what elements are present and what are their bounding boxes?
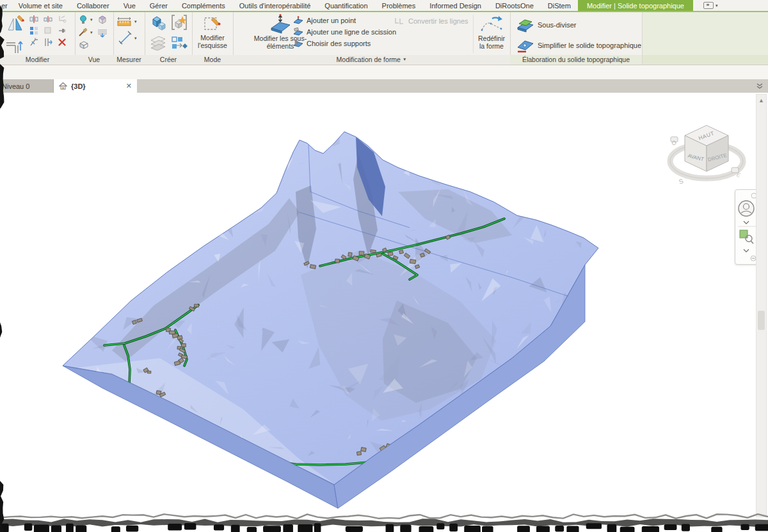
panel-label-view: Vue <box>75 55 113 65</box>
ruler-icon[interactable] <box>116 17 132 27</box>
close-view-icon[interactable]: ✕ <box>126 82 132 90</box>
edit-sketch-button[interactable]: Modifier l'esquisse <box>195 14 230 49</box>
chevron-down-icon[interactable] <box>744 221 749 224</box>
zoom-region-button[interactable] <box>740 230 753 244</box>
chevron-down-icon[interactable]: ▾ <box>134 36 137 40</box>
add-split-line-button[interactable]: Ajouter une ligne de scission <box>293 27 396 36</box>
steering-wheel-button[interactable] <box>739 201 754 216</box>
ribbon-tab-bar: er Volume et site Collaborer Vue Gérer C… <box>0 0 768 11</box>
box-3d-icon[interactable] <box>97 14 108 26</box>
ribbon-display-toggle-button[interactable]: ▾ <box>703 0 718 11</box>
subdivide-button[interactable]: Sous-diviser <box>516 17 577 33</box>
ribbon-display-icon <box>703 2 714 9</box>
cube-stack-icon[interactable] <box>150 14 166 31</box>
add-point-icon <box>293 16 303 25</box>
panel-measure: ▾ ▾ Mesurer <box>113 12 145 65</box>
ribbon-tab-addins[interactable]: Compléments <box>175 0 232 11</box>
panel-shape-editing: Modifier les sous-éléments Ajouter un po… <box>233 12 511 65</box>
panel-label-measure: Mesurer <box>113 55 145 65</box>
viewcube[interactable]: O S E HAUT AVANT DROITE <box>666 115 750 195</box>
scrollbar-thumb[interactable] <box>758 311 765 330</box>
simplify-toposolid-icon <box>516 38 534 53</box>
ribbon-tab-view[interactable]: Vue <box>116 0 143 11</box>
ribbon-tab-distem[interactable]: DiStem <box>541 0 578 11</box>
extend-icon[interactable] <box>44 38 52 47</box>
chevron-down-icon[interactable]: ▾ <box>90 30 93 35</box>
toposolid-model[interactable] <box>0 93 768 532</box>
edit-subelements-icon <box>269 13 292 34</box>
ribbon-tab-manage[interactable]: Gérer <box>143 0 175 11</box>
underlay-icon[interactable] <box>97 28 108 38</box>
subdivide-icon <box>516 17 534 33</box>
paintbrush-icon[interactable] <box>79 27 88 36</box>
view-tab-level0[interactable]: Niveau 0 <box>0 79 54 93</box>
plane-stack-icon[interactable] <box>150 35 166 51</box>
panel-dropdown-icon[interactable]: ▼ <box>403 58 406 62</box>
panel-label-create: Créer <box>145 55 192 65</box>
convert-lines-icon <box>394 17 405 26</box>
panel-label-toposolid: Élaboration du solide topographique <box>510 55 642 65</box>
view-tab-3d[interactable]: {3D} ✕ <box>54 79 137 93</box>
chevron-down-icon[interactable]: ▾ <box>134 19 137 24</box>
ribbon-tab-dirootsone[interactable]: DiRootsOne <box>488 0 541 11</box>
array-icon[interactable] <box>29 26 38 35</box>
measure-line-icon[interactable] <box>118 30 132 45</box>
ribbon-tab-modify-toposolid-contextual[interactable]: Modifier | Solide topographique <box>578 0 693 11</box>
pick-supports-button[interactable]: Choisir des supports <box>293 39 371 48</box>
delete-icon[interactable] <box>58 38 67 47</box>
panel-label-shape-editing: Modification de forme ▼ <box>233 55 510 65</box>
edit-sketch-icon <box>203 14 222 33</box>
panel-toposolid: Sous-diviser Simplifier le solide topogr… <box>510 12 643 65</box>
create-similar-icon[interactable] <box>172 36 188 51</box>
add-split-line-icon <box>293 27 303 36</box>
vertical-scrollbar: ▲ <box>756 94 767 517</box>
ribbon-tab-issues[interactable]: Problèmes <box>375 0 423 11</box>
section-box-icon[interactable] <box>79 40 89 49</box>
ribbon-tab-informed-design[interactable]: Informed Design <box>422 0 488 11</box>
panel-mode: Modifier l'esquisse Mode <box>192 12 234 65</box>
ribbon: Modifier ▾ ▾ Vue <box>0 12 768 65</box>
panel-modify: Modifier <box>0 12 76 65</box>
options-bar <box>0 65 768 80</box>
create-group-icon[interactable] <box>170 14 188 31</box>
panel-label-mode: Mode <box>192 55 233 65</box>
home-icon <box>59 82 67 90</box>
compass-south-label[interactable]: S <box>678 177 684 185</box>
split-icon[interactable] <box>44 15 52 24</box>
panel-label-modify: Modifier <box>0 55 75 65</box>
pin-icon[interactable] <box>58 26 67 35</box>
scroll-up-button[interactable]: ▲ <box>756 96 766 104</box>
chevron-down-icon[interactable]: ▾ <box>90 17 93 22</box>
view-tab-bar: Niveau 0 {3D} ✕ <box>0 79 768 93</box>
view-tab-overflow-button[interactable] <box>754 81 765 91</box>
panel-create: Créer <box>145 12 193 65</box>
chevron-down-icon[interactable] <box>744 249 749 252</box>
ribbon-tab-insert-partial[interactable]: er <box>0 0 12 11</box>
revit-window: er Volume et site Collaborer Vue Gérer C… <box>0 0 768 532</box>
ribbon-tab-massing-site[interactable]: Volume et site <box>12 0 70 11</box>
contextual-ribbon-zone <box>642 12 768 65</box>
reset-shape-button[interactable]: Redéfinir la forme <box>475 13 508 50</box>
pick-supports-icon <box>293 39 303 48</box>
convert-lines-button[interactable]: Convertir les lignes <box>394 17 468 26</box>
panel-view: ▾ ▾ Vue <box>75 12 114 65</box>
trim-icon[interactable] <box>29 38 38 47</box>
ribbon-tab-interop[interactable]: Outils d'interopérabilité <box>232 0 318 11</box>
chevron-down-icon: ▾ <box>716 3 718 8</box>
offset-corner-icon[interactable] <box>5 38 26 54</box>
add-point-button[interactable]: Ajouter un point <box>293 16 356 25</box>
ribbon-tab-quantification[interactable]: Quantification <box>317 0 374 11</box>
scale-disabled-icon[interactable] <box>44 26 52 35</box>
align-icon[interactable] <box>29 15 38 24</box>
lightbulb-icon[interactable] <box>79 15 88 24</box>
ribbon-tab-collaborate[interactable]: Collaborer <box>70 0 116 11</box>
simplify-toposolid-button[interactable]: Simplifier le solide topographique <box>516 38 641 53</box>
reset-shape-icon <box>479 13 504 34</box>
cope-disabled-icon[interactable] <box>58 15 67 24</box>
mirror-icon[interactable] <box>6 14 26 35</box>
